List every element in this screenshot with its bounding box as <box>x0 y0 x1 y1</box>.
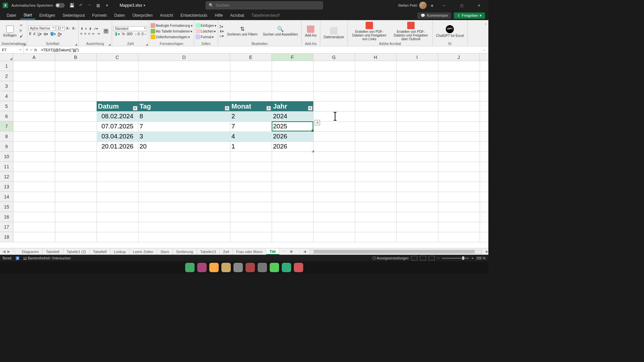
sheet-tab[interactable]: Diagramm <box>18 249 43 254</box>
pdf-outlook-button[interactable]: Erstellen von PDF-Dateien und Freigeben … <box>391 21 431 42</box>
conditional-formatting-button[interactable]: Bedingte Formatierung▾ <box>151 23 193 28</box>
col-header-a[interactable]: A <box>13 54 55 61</box>
share-button[interactable]: ⇪ Freigeben ▾ <box>454 12 485 19</box>
camera-icon[interactable]: ▦ <box>96 3 101 8</box>
bold-icon[interactable]: F <box>29 32 32 36</box>
taskbar-app-icon[interactable] <box>270 263 279 272</box>
tab-ueberpruefen[interactable]: Überprüfen <box>129 12 156 19</box>
font-name-select[interactable]: Aptos Narrow▾ <box>29 26 55 31</box>
align-bottom-icon[interactable]: ⬇ <box>88 26 92 31</box>
launcher-icon[interactable]: ◢ <box>146 43 148 46</box>
cell-monat[interactable]: 4 <box>230 131 272 141</box>
orientation-icon[interactable]: ⤢▾ <box>93 26 99 31</box>
find-select-button[interactable]: 🔍Suchen und Auswählen <box>261 25 300 37</box>
redo-icon[interactable]: ↷ <box>87 3 92 8</box>
taskbar-app-icon[interactable] <box>294 263 303 272</box>
row-header-1[interactable]: 1 <box>0 61 13 71</box>
user-account[interactable]: Stefan Petri <box>398 2 427 9</box>
cell-styles-button[interactable]: Zellenformatvorlagen▾ <box>151 35 193 39</box>
sheet-tab[interactable]: Tabelle6 <box>43 249 63 254</box>
col-header-e[interactable]: E <box>230 54 272 61</box>
filter-icon[interactable]: ▾ <box>133 106 138 111</box>
collapse-ribbon-icon[interactable]: ⌄ <box>483 20 488 46</box>
row-header-6[interactable]: 6 <box>0 111 13 121</box>
increase-font-icon[interactable]: A↑ <box>65 26 71 31</box>
toggle-switch-icon[interactable] <box>55 3 65 8</box>
cell-jahr[interactable]: 2024 <box>272 111 313 121</box>
taskbar-app-icon[interactable] <box>197 263 207 272</box>
tab-acrobat[interactable]: Acrobat <box>227 12 247 19</box>
cut-icon[interactable]: ✂ <box>20 23 24 28</box>
chatgpt-button[interactable]: GPTChatGPT for Excel <box>434 24 466 38</box>
row-header-5[interactable]: 5 <box>0 101 13 111</box>
save-icon[interactable]: 💾 <box>69 3 75 8</box>
copy-icon[interactable]: ⎘ <box>20 29 24 34</box>
cell-monat[interactable]: 7 <box>230 121 272 131</box>
align-top-icon[interactable]: ⬆ <box>80 26 84 31</box>
cell-datum[interactable]: 03.04.2026 <box>97 131 138 141</box>
cancel-formula-icon[interactable]: ✕ <box>25 48 29 52</box>
autosave-toggle[interactable]: Automatisches Speichern <box>11 3 65 8</box>
indent-decrease-icon[interactable]: ⇤ <box>92 32 96 36</box>
tab-ansicht[interactable]: Ansicht <box>157 12 176 19</box>
cell-jahr[interactable]: 2026 <box>272 131 313 141</box>
scroll-left-icon[interactable]: ◀ <box>303 249 306 254</box>
name-box[interactable]: F7▾ <box>0 46 23 53</box>
close-button[interactable]: ✕ <box>472 1 486 9</box>
row-header-14[interactable]: 14 <box>0 192 13 202</box>
comma-icon[interactable]: 000 <box>126 32 133 36</box>
row-header-11[interactable]: 11 <box>0 162 13 172</box>
taskbar-app-icon[interactable] <box>209 263 219 272</box>
taskbar-app-icon[interactable] <box>258 263 267 272</box>
align-left-icon[interactable]: ≡ <box>80 32 83 36</box>
row-header-3[interactable]: 3 <box>0 81 13 91</box>
sheet-tab[interactable]: Lookup <box>110 249 129 254</box>
accessibility-status[interactable]: 🕮 Barrierefreiheit: Untersuchen <box>23 256 71 260</box>
align-right-icon[interactable]: ≡ <box>88 32 91 36</box>
sort-filter-button[interactable]: ⇅Sortieren und Filtern <box>225 25 260 37</box>
accessibility-icon[interactable]: ♿ <box>15 256 19 260</box>
select-all-corner[interactable] <box>0 54 13 61</box>
align-center-icon[interactable]: ≡ <box>84 32 87 36</box>
addins-button[interactable]: Add-Ins <box>303 25 318 38</box>
display-settings-button[interactable]: 🖵 Anzeigeeinstellungen <box>373 256 409 260</box>
col-header-d[interactable]: D <box>138 54 230 61</box>
sheet-nav-more-icon[interactable]: ⋯ <box>279 249 287 254</box>
taskbar-app-icon[interactable] <box>185 263 195 272</box>
table-resize-handle[interactable] <box>312 150 314 152</box>
fill-color-icon[interactable]: 🪣▾ <box>49 32 56 36</box>
tab-entwicklertools[interactable]: Entwicklertools <box>177 12 211 19</box>
align-middle-icon[interactable]: ≡ <box>85 26 88 31</box>
undo-icon[interactable]: ↶ <box>78 3 84 8</box>
zoom-level[interactable]: 205 % <box>476 256 486 260</box>
decrease-decimal-icon[interactable]: 0→ <box>141 32 148 36</box>
tab-formeln[interactable]: Formeln <box>89 12 110 19</box>
add-sheet-button[interactable]: ⊕ <box>287 249 296 254</box>
col-header-i[interactable]: I <box>396 54 438 61</box>
cell-tag[interactable]: 3 <box>138 131 230 141</box>
data-analysis-button[interactable]: Datenanalyse <box>322 26 346 40</box>
paste-button[interactable]: Einfügen <box>1 25 18 38</box>
launcher-icon[interactable]: ◢ <box>109 43 110 46</box>
sheet-tab[interactable]: Frau oder Mann <box>233 249 266 254</box>
format-cells-button[interactable]: Format▾ <box>196 35 216 39</box>
expand-formula-icon[interactable]: ⌄ <box>480 48 488 52</box>
zoom-in-icon[interactable]: + <box>472 256 474 260</box>
tab-daten[interactable]: Daten <box>111 12 128 19</box>
scroll-right-icon[interactable]: ▶ <box>486 249 488 254</box>
tab-einfuegen[interactable]: Einfügen <box>36 12 58 19</box>
row-header-12[interactable]: 12 <box>0 172 13 182</box>
cell-monat[interactable]: 2 <box>230 111 272 121</box>
launcher-icon[interactable]: ◢ <box>24 43 25 46</box>
autofill-options-icon[interactable]: ⎘ <box>315 120 320 125</box>
row-header-18[interactable]: 18 <box>0 232 13 242</box>
launcher-icon[interactable]: ◢ <box>75 43 77 46</box>
row-header-16[interactable]: 16 <box>0 212 13 222</box>
cell-jahr[interactable]: 2026 <box>272 141 313 152</box>
sheet-nav-prev-icon[interactable]: ◀ <box>3 249 5 254</box>
scrollbar-thumb[interactable] <box>314 250 475 253</box>
table-header-tag[interactable]: Tag▾ <box>138 101 230 111</box>
spreadsheet-grid[interactable]: A B C D E F G H I J 12345678910111213141… <box>0 54 488 248</box>
tab-datei[interactable]: Datei <box>3 12 19 19</box>
increase-decimal-icon[interactable]: ←0 <box>134 32 141 36</box>
